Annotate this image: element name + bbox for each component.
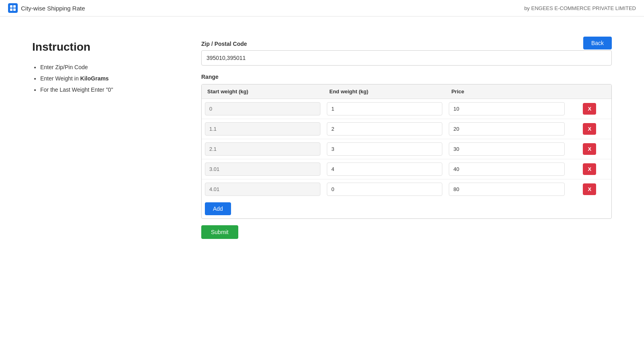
table-row: X	[202, 139, 611, 159]
instruction-item-1: Enter Zip/Pin Code	[40, 62, 185, 73]
cell-end-2	[324, 139, 446, 159]
delete-button-2[interactable]: X	[583, 143, 596, 155]
instructions-title: Instruction	[32, 41, 185, 53]
price-input-1[interactable]	[449, 122, 564, 136]
start-weight-input-4	[205, 183, 320, 196]
add-row: Add	[202, 199, 611, 218]
app-header: City-wise Shipping Rate by ENGEES E-COMM…	[0, 0, 644, 16]
delete-button-4[interactable]: X	[583, 183, 596, 195]
cell-price-2	[446, 139, 568, 159]
brand-text: by ENGEES E-COMMERCE PRIVATE LIMITED	[524, 5, 636, 11]
col-header-end: End weight (kg)	[324, 84, 446, 99]
instruction-item-2: Enter Weight in KiloGrams	[40, 73, 185, 84]
cell-start-1	[202, 119, 324, 139]
cell-start-2	[202, 139, 324, 159]
price-input-0[interactable]	[449, 102, 564, 115]
end-weight-input-1[interactable]	[327, 122, 442, 136]
cell-end-1	[324, 119, 446, 139]
zip-label: Zip / Postal Code	[201, 41, 612, 47]
end-weight-input-4[interactable]	[327, 183, 442, 196]
range-label: Range	[201, 74, 612, 80]
form-panel: Back Zip / Postal Code Range Start weigh…	[201, 41, 612, 239]
table-row: X	[202, 99, 611, 119]
start-weight-input-3	[205, 162, 320, 176]
cell-price-0	[446, 99, 568, 119]
cell-end-3	[324, 159, 446, 179]
end-weight-input-3[interactable]	[327, 162, 442, 176]
col-header-start: Start weight (kg)	[202, 84, 324, 99]
range-table-container: Start weight (kg) End weight (kg) Price	[201, 84, 612, 219]
end-weight-input-2[interactable]	[327, 142, 442, 156]
header-left: City-wise Shipping Rate	[8, 3, 85, 13]
delete-button-3[interactable]: X	[583, 163, 596, 175]
back-button[interactable]: Back	[583, 37, 612, 49]
table-row: X	[202, 159, 611, 179]
instruction-item-3: For the Last Weight Enter "0"	[40, 84, 185, 95]
price-input-4[interactable]	[449, 183, 564, 196]
range-table: Start weight (kg) End weight (kg) Price	[202, 84, 611, 218]
price-input-2[interactable]	[449, 142, 564, 156]
table-row: X	[202, 119, 611, 139]
cell-delete-3: X	[568, 159, 611, 179]
svg-rect-0	[10, 5, 12, 8]
table-body: X X X	[202, 99, 611, 200]
cell-end-4	[324, 179, 446, 200]
svg-rect-2	[10, 8, 12, 11]
submit-button[interactable]: Submit	[201, 225, 238, 239]
table-header: Start weight (kg) End weight (kg) Price	[202, 84, 611, 99]
cell-delete-2: X	[568, 139, 611, 159]
cell-delete-1: X	[568, 119, 611, 139]
instructions-panel: Instruction Enter Zip/Pin Code Enter Wei…	[32, 41, 185, 239]
cell-price-3	[446, 159, 568, 179]
add-button[interactable]: Add	[205, 202, 231, 215]
cell-start-0	[202, 99, 324, 119]
cell-delete-0: X	[568, 99, 611, 119]
delete-button-1[interactable]: X	[583, 123, 596, 135]
zip-input[interactable]	[201, 50, 612, 66]
svg-rect-1	[13, 5, 16, 8]
start-weight-input-0	[205, 102, 320, 115]
table-row: X	[202, 179, 611, 200]
delete-button-0[interactable]: X	[583, 103, 596, 115]
app-logo	[8, 3, 18, 13]
app-title: City-wise Shipping Rate	[21, 5, 85, 12]
svg-rect-3	[13, 8, 16, 11]
instructions-list: Enter Zip/Pin Code Enter Weight in KiloG…	[32, 62, 185, 95]
col-header-price: Price	[446, 84, 568, 99]
main-content: Instruction Enter Zip/Pin Code Enter Wei…	[0, 16, 644, 255]
cell-delete-4: X	[568, 179, 611, 200]
end-weight-input-0[interactable]	[327, 102, 442, 115]
cell-start-3	[202, 159, 324, 179]
col-header-action	[568, 84, 611, 99]
cell-start-4	[202, 179, 324, 200]
start-weight-input-2	[205, 142, 320, 156]
price-input-3[interactable]	[449, 162, 564, 176]
cell-price-1	[446, 119, 568, 139]
cell-end-0	[324, 99, 446, 119]
start-weight-input-1	[205, 122, 320, 136]
cell-price-4	[446, 179, 568, 200]
